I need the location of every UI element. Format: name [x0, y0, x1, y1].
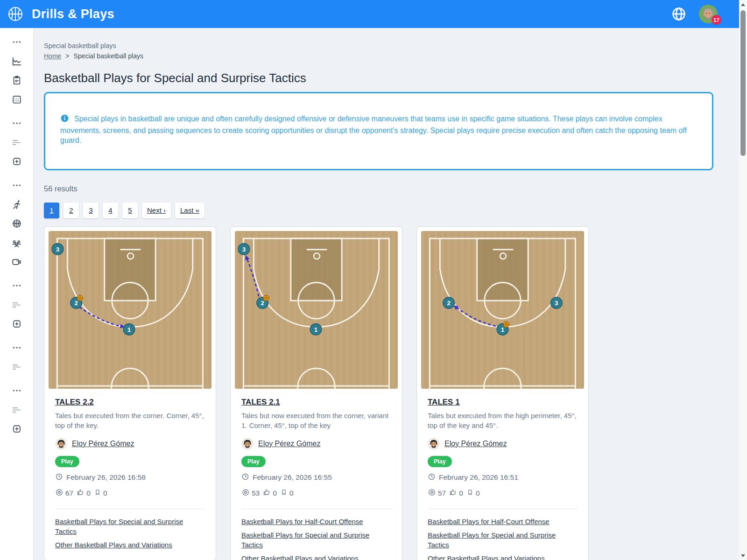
- filter-lines-icon[interactable]: [9, 135, 25, 150]
- filter-lines-icon[interactable]: [9, 402, 25, 417]
- basketball-marker: [503, 322, 509, 328]
- page-button-1[interactable]: 1: [44, 203, 59, 218]
- category-link[interactable]: Basketball Plays for Special and Surpris…: [241, 530, 391, 550]
- pass-arrow: [247, 258, 259, 296]
- clock-icon: [55, 473, 63, 483]
- category-link[interactable]: Other Basketball Plays and Variations: [428, 553, 578, 560]
- line-chart-icon[interactable]: [9, 54, 25, 69]
- breadcrumb: Home > Special basketball plays: [44, 52, 739, 60]
- likes-count: 0: [273, 489, 277, 497]
- scrollbar[interactable]: [739, 0, 747, 560]
- category-link[interactable]: Basketball Plays for Special and Surpris…: [428, 530, 578, 550]
- author-link[interactable]: Eloy Pérez Gómez: [72, 440, 134, 448]
- user-avatar[interactable]: 17: [699, 5, 718, 23]
- page-title: Basketball Plays for Special and Surpris…: [44, 71, 739, 85]
- svg-text:3: 3: [555, 299, 558, 306]
- category-link[interactable]: Other Basketball Plays and Variations: [55, 540, 205, 550]
- date-row: February 26, 2026 16:51: [428, 473, 578, 483]
- plus-square-icon[interactable]: [9, 316, 25, 331]
- breadcrumb-home-link[interactable]: Home: [44, 52, 61, 60]
- thumbs-up-icon[interactable]: [77, 488, 85, 498]
- court-svg: 321: [49, 231, 211, 389]
- thumbs-up-icon[interactable]: [263, 488, 271, 498]
- court-diagram[interactable]: 321: [49, 231, 211, 389]
- page-button-5[interactable]: 5: [122, 203, 138, 218]
- player-marker-1: 1: [310, 323, 322, 335]
- next-page-button[interactable]: Next ›: [142, 203, 171, 218]
- ellipsis-icon[interactable]: [9, 383, 25, 398]
- date-row: February 26, 2026 16:58: [55, 473, 205, 483]
- page-button-4[interactable]: 4: [103, 203, 118, 218]
- play-card-3: 231 TALES 1 Tales but executed from the …: [416, 226, 589, 560]
- calendar-icon[interactable]: [9, 92, 25, 107]
- video-camera-icon[interactable]: [9, 254, 25, 269]
- clock-icon: [241, 473, 249, 483]
- svg-text:1: 1: [501, 326, 505, 333]
- play-title-link[interactable]: TALES 2.2: [55, 398, 94, 407]
- filter-lines-icon[interactable]: [9, 297, 25, 312]
- basketball-marker: [77, 295, 83, 301]
- views-count: 67: [65, 489, 73, 497]
- topbar-actions: 17: [671, 5, 739, 23]
- play-title-link[interactable]: TALES 1: [428, 398, 460, 407]
- basketball-marker: [263, 295, 269, 301]
- svg-text:2: 2: [447, 299, 450, 306]
- basketball-logo-icon: [7, 5, 24, 23]
- results-count: 56 results: [44, 184, 739, 193]
- running-person-icon[interactable]: [9, 197, 25, 212]
- ellipsis-icon[interactable]: [9, 178, 25, 193]
- users-icon[interactable]: [9, 235, 25, 250]
- scrollbar-up-arrow[interactable]: [739, 0, 747, 8]
- basketball-icon[interactable]: [9, 216, 25, 231]
- ellipsis-icon[interactable]: [9, 278, 25, 293]
- svg-text:3: 3: [242, 245, 246, 252]
- author-link[interactable]: Eloy Pérez Gómez: [444, 440, 507, 448]
- category-links: Basketball Plays for Special and Surpris…: [44, 509, 216, 560]
- category-link[interactable]: Basketball Plays for Half-Court Offense: [428, 517, 578, 526]
- player-marker-3: 3: [238, 243, 250, 255]
- main-content: Special basketball plays Home > Special …: [34, 28, 739, 560]
- page-button-2[interactable]: 2: [63, 203, 79, 218]
- ellipsis-icon[interactable]: [9, 340, 25, 355]
- category-link[interactable]: Basketball Plays for Special and Surpris…: [55, 517, 205, 536]
- court-diagram[interactable]: 231: [421, 231, 584, 389]
- views-count: 57: [438, 489, 446, 497]
- app-window: Drills & Plays 17: [0, 0, 747, 560]
- play-description: Tales but executed from the high perimet…: [428, 411, 578, 430]
- ellipsis-icon[interactable]: [9, 35, 25, 49]
- breadcrumb-separator: >: [65, 52, 69, 60]
- views-count: 53: [252, 489, 260, 497]
- plus-square-icon[interactable]: [9, 154, 25, 169]
- author-avatar: [428, 438, 440, 450]
- filter-lines-icon[interactable]: [9, 359, 25, 374]
- last-page-button[interactable]: Last »: [175, 203, 204, 218]
- author-link[interactable]: Eloy Pérez Gómez: [258, 440, 320, 448]
- svg-text:2: 2: [261, 299, 264, 306]
- bookmark-icon[interactable]: [280, 489, 288, 498]
- play-type-badge: Play: [55, 456, 79, 467]
- ellipsis-icon[interactable]: [9, 116, 25, 131]
- clipboard-icon[interactable]: [9, 73, 25, 88]
- category-link[interactable]: Other Basketball Plays and Variations: [241, 553, 391, 560]
- court-diagram[interactable]: 321: [235, 231, 398, 389]
- pagination: 12345Next ›Last »: [44, 203, 739, 218]
- bookmark-icon[interactable]: [466, 489, 474, 498]
- globe-icon[interactable]: [671, 6, 687, 22]
- notification-badge: 17: [712, 15, 721, 25]
- eye-icon: [428, 488, 436, 498]
- bookmarks-count: 0: [289, 489, 294, 497]
- date-row: February 26, 2026 16:55: [241, 473, 391, 483]
- scrollbar-down-arrow[interactable]: [739, 552, 747, 560]
- court-svg: 231: [421, 231, 584, 389]
- page-button-3[interactable]: 3: [83, 203, 99, 218]
- play-title-link[interactable]: TALES 2.1: [241, 398, 280, 407]
- player-marker-1: 1: [123, 323, 135, 335]
- category-link[interactable]: Basketball Plays for Half-Court Offense: [241, 517, 391, 526]
- play-type-badge: Play: [428, 456, 452, 467]
- scrollbar-thumb[interactable]: [740, 10, 746, 156]
- stats-row: 67 0 0: [55, 488, 205, 498]
- bookmark-icon[interactable]: [94, 489, 101, 498]
- player-marker-2: 2: [443, 297, 455, 308]
- plus-square-icon[interactable]: [9, 421, 25, 436]
- thumbs-up-icon[interactable]: [449, 488, 457, 498]
